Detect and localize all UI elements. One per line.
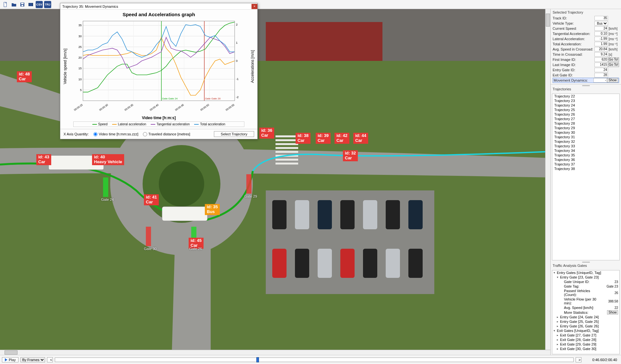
property-value: 24: [594, 26, 608, 31]
vehicle-label[interactable]: id: 44Car: [353, 133, 368, 144]
tree-row[interactable]: ▸Entry Gate [25, Gate 25]: [552, 319, 619, 324]
svg-rect-17: [295, 249, 309, 278]
vehicle-label[interactable]: id: 42Car: [334, 133, 349, 144]
tree-row[interactable]: ▸Entry Gate [24, Gate 24]: [552, 315, 619, 319]
step-forward-button[interactable]: >: [576, 357, 581, 362]
property-action-button[interactable]: Go To!: [608, 57, 619, 62]
radio-video-time[interactable]: Video time [h:mm:ss.zzz]: [93, 132, 138, 136]
svg-rect-20: [340, 200, 355, 229]
trajectory-item[interactable]: Trajectory 23: [552, 98, 619, 103]
tree-row[interactable]: ▸Exit Gate [27, Gate 27]: [552, 333, 619, 337]
play-icon: [5, 358, 7, 361]
chart-legend: SpeedLateral accelerationTangential acce…: [73, 121, 244, 127]
export-trj-button[interactable]: TRJ: [44, 1, 51, 8]
select-trajectory-button[interactable]: Select Trajectory: [214, 131, 254, 137]
property-action-button[interactable]: Go To!: [608, 63, 619, 67]
tree-row[interactable]: ▾Entry Gates [UniqueID, Tag]: [552, 270, 619, 275]
property-key: Total Acceleration:: [553, 42, 594, 46]
svg-rect-32: [275, 151, 298, 153]
svg-text:10: 10: [78, 78, 82, 81]
vertical-scrollbar[interactable]: [545, 9, 550, 350]
tree-row[interactable]: More Statistics:Show: [552, 310, 619, 315]
save-icon[interactable]: [19, 1, 26, 8]
svg-text:00:00:25: 00:00:25: [73, 103, 83, 112]
trajectory-item[interactable]: Trajectory 32: [552, 139, 619, 144]
tree-row[interactable]: Gate Tag:Gate 23: [552, 284, 619, 289]
tree-row[interactable]: Avg. Speed [km/h]:22: [552, 305, 619, 310]
vehicle-label[interactable]: id: 43Car: [36, 154, 51, 165]
horizontal-scrollbar[interactable]: [0, 350, 550, 355]
svg-rect-34: [275, 159, 298, 161]
vehicle-label[interactable]: id: 32Car: [343, 150, 358, 161]
svg-rect-6: [32, 3, 33, 6]
vehicle-label[interactable]: id: 35Bus: [205, 204, 220, 215]
tree-row[interactable]: Passed Vehicles (Count):26: [552, 289, 619, 297]
video-icon[interactable]: [27, 1, 34, 8]
legend-item: Speed: [92, 122, 108, 126]
panel-title: Selected Trajectory: [553, 10, 619, 14]
vehicle-label[interactable]: id: 36Car: [259, 128, 274, 139]
open-folder-icon[interactable]: [10, 1, 18, 8]
property-value: 20.84: [594, 47, 608, 51]
vehicle-type-select[interactable]: Bus: [594, 21, 608, 26]
trajectory-item[interactable]: Trajectory 26: [552, 112, 619, 117]
property-unit: [km/h]: [608, 48, 619, 51]
close-icon[interactable]: ×: [252, 4, 257, 9]
property-key: Vehicle Type:: [553, 21, 594, 25]
svg-rect-22: [363, 200, 377, 229]
step-back-button[interactable]: <: [47, 357, 53, 362]
tree-row[interactable]: ▾Entry Gate [23, Gate 23]: [552, 275, 619, 279]
trajectory-item[interactable]: Trajectory 34: [552, 148, 619, 153]
vehicle-label[interactable]: id: 38Car: [296, 133, 310, 144]
trajectory-item[interactable]: Trajectory 24: [552, 103, 619, 108]
tree-row[interactable]: ▸Exit Gate [29, Gate 29]: [552, 342, 619, 347]
property-action-button[interactable]: Show: [607, 78, 618, 83]
panel-title: Trajectories: [551, 86, 621, 92]
trajectory-item[interactable]: Trajectory 37: [552, 162, 619, 166]
property-value: 28: [594, 73, 608, 77]
tree-row[interactable]: ▸Exit Gate [30, Gate 30]: [552, 347, 619, 351]
play-button[interactable]: Play: [2, 357, 18, 362]
property-unit: [ms⁻²]: [608, 37, 619, 41]
svg-text:00:00:45: 00:00:45: [174, 103, 184, 112]
property-key: Last Image ID:: [553, 63, 594, 67]
trajectory-list[interactable]: Trajectory 22Trajectory 23Trajectory 24T…: [552, 94, 620, 260]
new-file-icon[interactable]: [2, 1, 9, 8]
trajectory-item[interactable]: Trajectory 38: [552, 166, 619, 171]
radio-traveled-distance[interactable]: Traveled distance [metres]: [143, 132, 190, 136]
tree-row[interactable]: ▸Exit Gate [28, Gate 28]: [552, 337, 619, 342]
dialog-titlebar[interactable]: Trajectory 35: Movement Dynamics ×: [60, 3, 257, 10]
tree-row[interactable]: ▾Exit Gates [UniqueID, Tag]: [552, 328, 619, 333]
trajectory-item[interactable]: Trajectory 28: [552, 121, 619, 126]
trajectory-item[interactable]: Trajectory 25: [552, 108, 619, 112]
trajectory-item[interactable]: Trajectory 30: [552, 130, 619, 135]
legend-item: Lateral acceleration: [112, 122, 146, 126]
svg-rect-24: [386, 200, 400, 229]
playback-mode-select[interactable]: By Frames: [20, 357, 45, 362]
legend-item: Total acceleration: [194, 122, 225, 126]
svg-text:00:00:50: 00:00:50: [200, 103, 210, 112]
trajectory-item[interactable]: Trajectory 29: [552, 126, 619, 130]
trajectory-item[interactable]: Trajectory 22: [552, 94, 619, 98]
export-csv-button[interactable]: CSV: [36, 1, 43, 8]
legend-item: Tangential acceleration: [151, 122, 190, 126]
vehicle-label[interactable]: id: 41Car: [144, 194, 159, 205]
vehicle-label[interactable]: id: 40Heavy Vehicle: [92, 154, 124, 165]
tree-row[interactable]: Vehicle Flow (per 30 min):388.58: [552, 297, 619, 305]
trajectory-item[interactable]: Trajectory 27: [552, 117, 619, 121]
property-value: 1415: [594, 63, 608, 67]
panel-title: Traffic Analysis Gates: [551, 263, 621, 268]
svg-text:Gate Gate 24: Gate Gate 24: [162, 97, 178, 100]
vehicle-label[interactable]: id: 39Car: [316, 133, 331, 144]
tree-row[interactable]: ▸Entry Gate [26, Gate 26]: [552, 324, 619, 328]
tree-row[interactable]: Gate Unique ID:23: [552, 279, 619, 284]
trajectory-item[interactable]: Trajectory 33: [552, 144, 619, 148]
vehicle-label[interactable]: id: 48Car: [17, 71, 32, 82]
timeline-slider[interactable]: [55, 358, 574, 362]
gates-tree[interactable]: ▾Entry Gates [UniqueID, Tag]▾Entry Gate …: [552, 270, 620, 354]
tree-action-button[interactable]: Show: [607, 310, 618, 314]
trajectory-item[interactable]: Trajectory 36: [552, 157, 619, 162]
trajectory-item[interactable]: Trajectory 31: [552, 135, 619, 139]
svg-rect-31: [275, 147, 298, 149]
trajectory-item[interactable]: Trajectory 35: [552, 153, 619, 157]
